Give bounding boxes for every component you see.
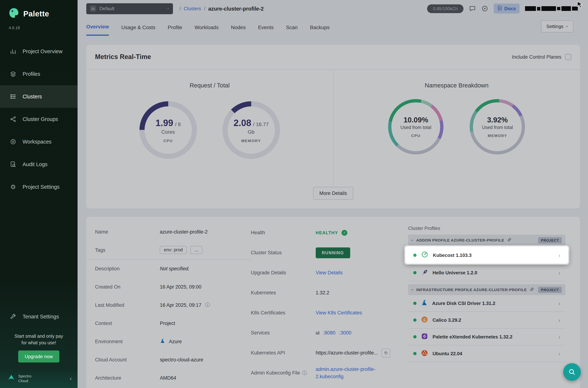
admin-kubeconfig-link[interactable]: admin.azure-cluster-profile-2.kubeconfig xyxy=(316,366,388,380)
quick-search-fab[interactable] xyxy=(563,363,581,381)
cpu-unit: Cores xyxy=(161,129,175,135)
sidebar-item-label: Audit Logs xyxy=(23,161,47,167)
infrastructure-profile-section-header[interactable]: › INFRASTRUCTURE PROFILE AZURE-CLUSTER-P… xyxy=(408,284,565,295)
kubernetes-version-value: 1.32.2 xyxy=(316,290,329,295)
cluster-tabs: Overview Usage & Costs Profile Workloads… xyxy=(78,17,588,36)
section-title: INFRASTRUCTURE PROFILE AZURE-CLUSTER-PRO… xyxy=(416,288,527,292)
sidebar-item-tenant-settings[interactable]: Tenant Settings xyxy=(0,305,78,328)
sidebar-item-profiles[interactable]: Profiles xyxy=(0,63,78,85)
description-value: Not specified. xyxy=(160,266,190,271)
sidebar-item-label: Clusters xyxy=(23,94,42,99)
collapse-sidebar-icon[interactable]: ‹ xyxy=(70,375,72,382)
sidebar-item-label: Tenant Settings xyxy=(23,314,59,319)
tab-workloads[interactable]: Workloads xyxy=(195,18,219,35)
namespace-breakdown-heading: Namespace Breakdown xyxy=(425,82,488,89)
sidebar-item-clusters[interactable]: Clusters xyxy=(0,85,78,108)
sidebar-item-label: Profiles xyxy=(23,71,40,77)
detail-row: ArchitectureAMD64 xyxy=(86,369,251,387)
detail-row: K8s CertificatesView K8s Certificates xyxy=(251,303,408,323)
docs-label: Docs xyxy=(504,6,516,11)
nodes-icon xyxy=(9,116,17,122)
include-control-planes-checkbox[interactable] xyxy=(565,54,571,60)
profile-row-kubecost[interactable]: Kubecost 1.103.3 › xyxy=(405,246,568,264)
calico-icon xyxy=(421,316,428,324)
tab-nodes[interactable]: Nodes xyxy=(231,18,246,35)
link-icon xyxy=(507,237,512,243)
cluster-name-value: azure-cluster-profile-2 xyxy=(160,229,208,234)
settings-label: Settings xyxy=(546,24,564,29)
help-compass-icon[interactable] xyxy=(481,5,488,12)
detail-row: Nameazure-cluster-profile-2 xyxy=(86,223,251,241)
namespace-memory-percent: 3.92% xyxy=(487,116,508,124)
service-port-3000-link[interactable]: :3000 xyxy=(339,330,352,336)
namespace-cpu-ring: 10.09% Used from total CPU xyxy=(388,99,444,154)
detail-row: Cluster StatusRUNNING xyxy=(251,243,408,263)
tags-more-chip[interactable]: ... xyxy=(190,246,202,254)
detail-row: Kubernetes APIhttps://azure-cluster-prof… xyxy=(251,343,408,363)
include-control-planes: Include Control Planes xyxy=(512,54,571,60)
docs-icon xyxy=(497,5,502,12)
profile-row-azure-disk-csi[interactable]: Azure Disk CSI Driver 1.31.2 › xyxy=(408,295,565,312)
info-icon: ⓘ xyxy=(205,302,210,308)
upgrade-now-button[interactable]: Upgrade now xyxy=(18,350,60,363)
service-port-8080-link[interactable]: :8080 xyxy=(323,330,336,336)
page-title: azure-cluster-profile-2 xyxy=(208,6,264,11)
last-modified-value: 16 Apr 2025, 09:17 xyxy=(160,302,201,308)
detail-row: DescriptionNot specified. xyxy=(86,259,251,278)
chevron-down-icon: › xyxy=(410,239,415,241)
chevron-down-icon: › xyxy=(565,26,570,27)
detail-row: Last Modified16 Apr 2025, 09:17ⓘ xyxy=(86,296,251,314)
context-value: Project xyxy=(160,320,175,326)
copy-api-url-button[interactable] xyxy=(382,348,390,357)
cpu-gauge: 1.99/ 8 Cores CPU xyxy=(139,101,197,159)
profile-row-ubuntu[interactable]: Ubuntu 22.04 › xyxy=(408,345,565,362)
tab-scan[interactable]: Scan xyxy=(286,18,298,35)
namespace-memory-caption: Used from total xyxy=(482,125,513,130)
detail-row: ContextProject xyxy=(86,314,251,332)
tab-overview[interactable]: Overview xyxy=(86,18,109,36)
breadcrumb-clusters-link[interactable]: Clusters xyxy=(184,6,201,11)
chevron-right-icon: › xyxy=(559,317,560,323)
view-k8s-certificates-link[interactable]: View K8s Certificates xyxy=(316,310,362,315)
profile-row-calico[interactable]: Calico 3.29.2 › xyxy=(408,312,565,329)
chevron-right-icon: › xyxy=(559,270,560,276)
section-title: ADDON PROFILE AZURE-CLUSTER-PROFILE xyxy=(416,238,504,242)
ubuntu-icon xyxy=(421,349,428,358)
spectro-cloud-logo xyxy=(7,374,15,383)
sidebar-item-project-settings[interactable]: ⚙ Project Settings xyxy=(0,176,78,198)
namespace-breakdown-panel: Namespace Breakdown 10.09% Used from tot… xyxy=(333,70,580,190)
chevron-right-icon: › xyxy=(559,252,560,258)
chat-icon[interactable] xyxy=(469,5,476,12)
sidebar-item-workspaces[interactable]: Workspaces xyxy=(0,130,78,153)
chevron-right-icon: › xyxy=(559,334,560,340)
sidebar-item-project-overview[interactable]: Project Overview xyxy=(0,40,78,63)
chevron-down-icon: › xyxy=(166,8,171,9)
sidebar-item-cluster-groups[interactable]: Cluster Groups xyxy=(0,108,78,130)
tab-backups[interactable]: Backups xyxy=(310,18,330,35)
sidebar-bottom: Tenant Settings Start small and only pay… xyxy=(0,305,78,388)
memory-gauge: 2.08/ 16.77 Gb MEMORY xyxy=(223,101,280,159)
addon-profile-section-header[interactable]: › ADDON PROFILE AZURE-CLUSTER-PROFILE PR… xyxy=(408,235,565,245)
memory-unit: Gb xyxy=(248,129,254,135)
info-icon: ⓘ xyxy=(302,370,307,376)
app-version: 4.6.18 xyxy=(0,20,78,30)
profile-row-palette-extended-kubernetes[interactable]: Palette eXtended Kubernetes 1.32.2 › xyxy=(408,329,565,345)
tab-profile[interactable]: Profile xyxy=(168,18,182,35)
profile-row-hello-universe[interactable]: Hello Universe 1.2.0 › xyxy=(408,265,565,281)
sidebar-item-audit-logs[interactable]: Audit Logs xyxy=(0,153,78,176)
project-selector[interactable]: Default › xyxy=(86,3,173,14)
more-details-button[interactable]: More Details xyxy=(313,187,353,200)
tab-usage-costs[interactable]: Usage & Costs xyxy=(121,18,156,35)
detail-row: Created On16 Apr 2025, 09:00 xyxy=(86,278,251,296)
running-status-badge[interactable]: RUNNING xyxy=(316,247,350,258)
tab-events[interactable]: Events xyxy=(258,18,274,35)
metrics-body: Request / Total 1.99/ 8 Cores CPU xyxy=(86,70,580,190)
wrench-icon xyxy=(9,313,17,320)
settings-button[interactable]: Settings › xyxy=(541,20,573,32)
request-total-panel: Request / Total 1.99/ 8 Cores CPU xyxy=(86,70,333,190)
target-icon xyxy=(9,138,17,145)
docs-button[interactable]: Docs xyxy=(494,4,520,13)
view-details-link[interactable]: View Details xyxy=(316,270,343,275)
metrics-header: Metrics Real-Time Include Control Planes xyxy=(86,45,580,70)
sidebar-item-label: Project Settings xyxy=(23,184,60,190)
